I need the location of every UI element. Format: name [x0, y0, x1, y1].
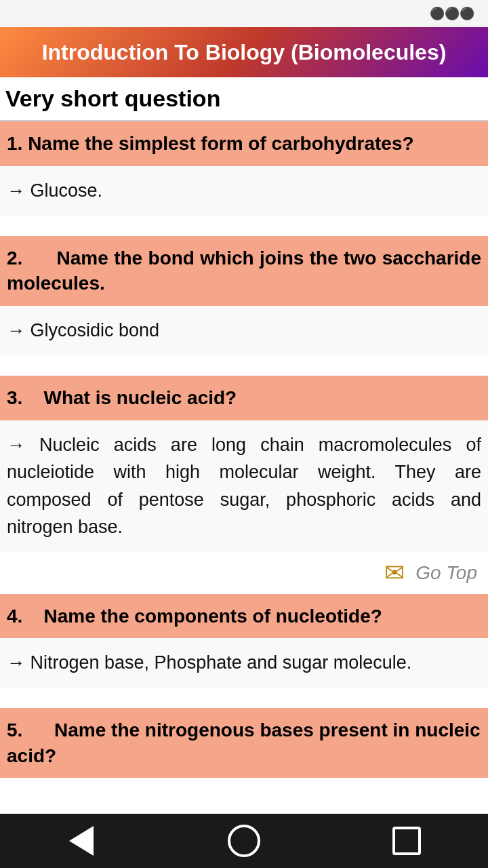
- nav-back-button[interactable]: [61, 821, 102, 861]
- question-2: 2. Name the bond which joins the two sac…: [0, 236, 488, 307]
- answer-1: → Glucose.: [0, 166, 488, 216]
- go-top-area: ✉ Go Top: [0, 552, 488, 594]
- answer-3: → Nucleic acids are long chain macromole…: [0, 420, 488, 552]
- question-4: 4. Name the components of nucleotide?: [0, 594, 488, 639]
- question-5: 5. Name the nitrogenous bases present in…: [0, 708, 488, 778]
- answer-2: → Glycosidic bond: [0, 306, 488, 355]
- status-bar: ⚫⚫⚫: [0, 0, 488, 27]
- question-3: 3. What is nucleic acid?: [0, 376, 488, 420]
- nav-recent-button[interactable]: [386, 821, 427, 861]
- page-title: Introduction To Biology (Biomolecules): [0, 27, 488, 77]
- answer-4: → Nitrogen base, Phosphate and sugar mol…: [0, 638, 488, 688]
- nav-home-button[interactable]: [224, 821, 264, 861]
- question-1: 1. Name the simplest form of carbohydrat…: [0, 121, 488, 166]
- navigation-bar: [0, 814, 488, 868]
- go-top-button[interactable]: Go Top: [415, 562, 477, 584]
- section-heading: Very short question: [0, 77, 488, 121]
- envelope-icon: ✉: [384, 559, 405, 587]
